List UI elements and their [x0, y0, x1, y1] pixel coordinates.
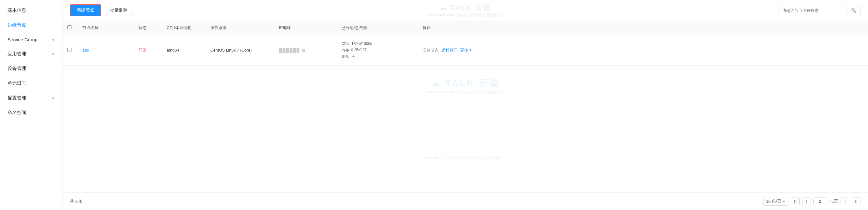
sidebar-item-label: 单元日志 — [7, 80, 26, 86]
remote-manage-link[interactable]: 远程管理 — [441, 48, 458, 53]
page-size-chevron: ▼ — [782, 200, 785, 203]
sidebar-item-label: 设备管理 — [7, 65, 26, 72]
resource-mem: 内存: 0.25/0.97 — [341, 47, 413, 53]
row-name-cell: add — [78, 35, 133, 65]
pagination-bar: 共 1 条 10 条/页 ▼ ⟨⟨ ⟨ / 1页 ⟩ ⟩⟩ — [62, 192, 868, 210]
page-first-button[interactable]: ⟨⟨ — [791, 198, 800, 205]
watermark-logo-mid: ☁ TALK 云说 — [425, 77, 505, 90]
search-icon: 🔍 — [851, 8, 857, 13]
row-cpu-cell: amd64 — [162, 35, 205, 65]
sidebar-item-config-management[interactable]: 配置管理 ∨ — [0, 90, 62, 105]
sidebar-item-label: 应用管理 — [7, 51, 26, 57]
th-ip: IP地址 — [274, 21, 337, 35]
os-name: CentOS Linux 7 (Core) — [210, 48, 252, 53]
cpu-arch: amd64 — [167, 48, 179, 53]
sidebar-item-label: 基本信息 — [7, 7, 26, 14]
status-badge: 异常 — [138, 48, 147, 53]
th-resource: 已分配/总资源 — [337, 21, 417, 35]
row-resource-cell: CPU: 180m/1000m 内存: 0.25/0.97 GPU: -/- — [337, 35, 417, 65]
page-next-button[interactable]: ⟩ — [840, 198, 849, 205]
total-pages: / 1页 — [830, 199, 838, 204]
table-area: ☁ TALK 云说 -www.idctalk.com-国内专业云计算交流服务平台… — [62, 21, 868, 192]
row-status-cell: 异常 — [133, 35, 162, 65]
sidebar-item-unit-log[interactable]: 单元日志 — [0, 76, 62, 90]
table-header-row: 节点名称 ↑ 状态 CPU体系结构 操作系统 — [62, 21, 868, 35]
toolbar-left: 新建节点 批量删除 — [70, 4, 133, 16]
page-size-suffix: 条/页 — [772, 199, 781, 204]
select-all-checkbox[interactable] — [67, 25, 71, 29]
ip-address: ██████ — [279, 48, 300, 53]
th-checkbox — [62, 21, 78, 35]
node-name-link[interactable]: add — [83, 48, 89, 53]
row-os-cell: CentOS Linux 7 (Core) — [205, 35, 274, 65]
sidebar: 基本信息 边缘节点 Service Group ∨ 应用管理 ∨ 设备管理 单元… — [0, 0, 62, 210]
batch-delete-button[interactable]: 批量删除 — [105, 5, 133, 16]
content-area: 新建节点 批量删除 ☁ TALK 云说 -www.idctalk.com-国内专… — [62, 0, 868, 210]
table-row: add 异常 amd64 CentOS Linux 7 (Core) — [62, 35, 868, 65]
sidebar-item-service-group[interactable]: Service Group ∨ — [0, 32, 62, 47]
ip-container: ██████ ⧉ — [279, 48, 332, 53]
sidebar-item-label: 边缘节点 — [7, 22, 26, 28]
resource-cpu: CPU: 180m/1000m — [341, 41, 413, 47]
th-action: 操作 — [417, 21, 868, 35]
sidebar-item-device-management[interactable]: 设备管理 — [0, 61, 62, 76]
copy-icon[interactable]: ⧉ — [302, 48, 305, 53]
chevron-down-icon: ▼ — [469, 48, 472, 52]
search-box: 🔍 — [778, 6, 861, 15]
main-content: 新建节点 批量删除 ☁ TALK 云说 -www.idctalk.com-国内专… — [62, 0, 868, 210]
watermark-sub-mid: -www.idctalk.com-国内专业云计算交流服务平台- — [425, 90, 505, 95]
row-ip-cell: ██████ ⧉ — [274, 35, 337, 65]
toolbar: 新建节点 批量删除 ☁ TALK 云说 -www.idctalk.com-国内专… — [62, 0, 868, 21]
th-cpu: CPU体系结构 — [162, 21, 205, 35]
chevron-down-icon: ∨ — [52, 37, 55, 42]
page-input[interactable] — [813, 198, 827, 205]
watermark-subtext: -www.idctalk.com-国内专业云计算交流服务平台- — [425, 12, 505, 18]
resource-info: CPU: 180m/1000m 内存: 0.25/0.97 GPU: -/- — [341, 41, 413, 60]
sidebar-item-basic-info[interactable]: 基本信息 — [0, 3, 62, 18]
sidebar-item-app-management[interactable]: 应用管理 ∨ — [0, 47, 62, 61]
install-node-link[interactable]: 安装节点 — [423, 48, 439, 53]
nodes-table: 节点名称 ↑ 状态 CPU体系结构 操作系统 — [62, 21, 868, 65]
th-name: 节点名称 ↑ — [78, 21, 133, 35]
action-links: 安装节点 远程管理 更多 ▼ — [423, 48, 863, 53]
row-action-cell: 安装节点 远程管理 更多 ▼ — [417, 35, 868, 65]
th-os: 操作系统 — [205, 21, 274, 35]
chevron-down-icon: ∨ — [52, 96, 55, 100]
page-size-select[interactable]: 10 条/页 ▼ — [764, 197, 788, 206]
search-button[interactable]: 🔍 — [847, 6, 860, 15]
sidebar-item-label: Service Group — [7, 37, 37, 42]
more-actions-button[interactable]: 更多 ▼ — [460, 48, 472, 53]
search-input[interactable] — [778, 6, 847, 15]
page-last-button[interactable]: ⟩⟩ — [852, 198, 861, 205]
new-node-button[interactable]: 新建节点 — [70, 4, 101, 16]
sidebar-item-namespace[interactable]: 命名空间 — [0, 105, 62, 120]
watermark-logo: ☁ TALK 云说 — [425, 3, 505, 12]
resource-gpu: GPU: -/- — [341, 53, 413, 60]
sidebar-item-edge-node[interactable]: 边缘节点 — [0, 18, 62, 32]
total-count: 共 1 条 — [70, 199, 83, 204]
th-status: 状态 — [133, 21, 162, 35]
sidebar-item-label: 命名空间 — [7, 110, 26, 115]
watermark-sub-bot: -www.idctalk.com-国内专业云计算交流服务平台- — [422, 155, 508, 161]
pagination-right: 10 条/页 ▼ ⟨⟨ ⟨ / 1页 ⟩ ⟩⟩ — [764, 197, 861, 206]
page-prev-button[interactable]: ⟨ — [802, 198, 811, 205]
row-checkbox-cell — [62, 35, 78, 65]
page-size-value: 10 — [766, 199, 771, 204]
sidebar-item-label: 配置管理 — [7, 95, 26, 101]
sort-icon[interactable]: ↑ — [101, 26, 103, 30]
chevron-down-icon: ∨ — [52, 52, 55, 56]
row-checkbox[interactable] — [67, 48, 71, 52]
